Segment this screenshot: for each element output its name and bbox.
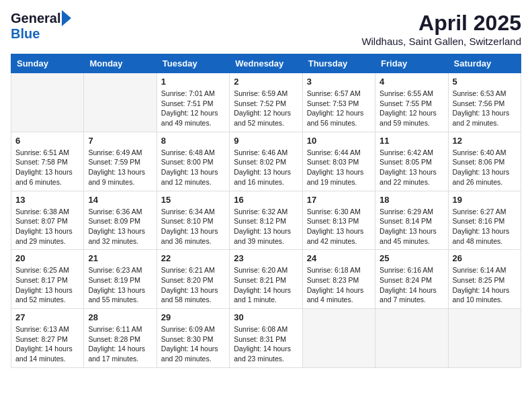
day-detail: Sunrise: 6:27 AMSunset: 8:16 PMDaylight:…	[453, 207, 517, 246]
day-detail: Sunrise: 6:40 AMSunset: 8:06 PMDaylight:…	[453, 148, 517, 187]
table-row: 24Sunrise: 6:18 AMSunset: 8:23 PMDayligh…	[302, 250, 375, 309]
logo-blue: Blue	[11, 26, 40, 41]
day-number: 24	[307, 253, 371, 263]
table-row: 27Sunrise: 6:13 AMSunset: 8:27 PMDayligh…	[11, 309, 84, 368]
table-row: 10Sunrise: 6:44 AMSunset: 8:03 PMDayligh…	[302, 132, 375, 191]
logo: General Blue	[11, 11, 71, 42]
table-row: 1Sunrise: 7:01 AMSunset: 7:51 PMDaylight…	[157, 73, 229, 132]
table-row: 18Sunrise: 6:29 AMSunset: 8:14 PMDayligh…	[375, 191, 448, 250]
table-row: 30Sunrise: 6:08 AMSunset: 8:31 PMDayligh…	[230, 309, 302, 368]
month-title: April 2025	[361, 11, 521, 36]
day-number: 7	[88, 136, 152, 146]
day-number: 1	[161, 77, 225, 87]
day-number: 18	[380, 195, 443, 205]
day-number: 2	[234, 77, 298, 87]
day-number: 28	[88, 312, 152, 322]
title-area: April 2025 Wildhaus, Saint Gallen, Switz…	[361, 11, 521, 47]
calendar-week-row: 20Sunrise: 6:25 AMSunset: 8:17 PMDayligh…	[11, 250, 521, 309]
day-number: 22	[161, 253, 225, 263]
header-row: Sunday Monday Tuesday Wednesday Thursday…	[11, 54, 521, 73]
col-tuesday: Tuesday	[157, 54, 229, 73]
table-row: 29Sunrise: 6:09 AMSunset: 8:30 PMDayligh…	[157, 309, 229, 368]
day-detail: Sunrise: 6:32 AMSunset: 8:12 PMDaylight:…	[234, 207, 298, 246]
day-detail: Sunrise: 6:34 AMSunset: 8:10 PMDaylight:…	[161, 207, 225, 246]
logo-general: General	[11, 11, 60, 26]
table-row: 11Sunrise: 6:42 AMSunset: 8:05 PMDayligh…	[375, 132, 448, 191]
day-detail: Sunrise: 6:42 AMSunset: 8:05 PMDaylight:…	[380, 148, 443, 187]
table-row: 19Sunrise: 6:27 AMSunset: 8:16 PMDayligh…	[448, 191, 521, 250]
calendar-week-row: 1Sunrise: 7:01 AMSunset: 7:51 PMDaylight…	[11, 73, 521, 132]
table-row: 25Sunrise: 6:16 AMSunset: 8:24 PMDayligh…	[375, 250, 448, 309]
table-row	[375, 309, 448, 368]
day-number: 23	[234, 253, 298, 263]
day-number: 3	[307, 77, 371, 87]
day-number: 26	[453, 253, 517, 263]
day-number: 11	[380, 136, 443, 146]
day-number: 30	[234, 312, 298, 322]
day-detail: Sunrise: 6:53 AMSunset: 7:56 PMDaylight:…	[453, 89, 517, 128]
table-row	[448, 309, 521, 368]
day-number: 17	[307, 195, 371, 205]
day-number: 5	[453, 77, 517, 87]
table-row	[11, 73, 84, 132]
col-saturday: Saturday	[448, 54, 521, 73]
day-detail: Sunrise: 6:36 AMSunset: 8:09 PMDaylight:…	[88, 207, 152, 246]
day-number: 19	[453, 195, 517, 205]
day-number: 15	[161, 195, 225, 205]
table-row: 20Sunrise: 6:25 AMSunset: 8:17 PMDayligh…	[11, 250, 84, 309]
location-title: Wildhaus, Saint Gallen, Switzerland	[361, 36, 521, 47]
calendar-week-row: 13Sunrise: 6:38 AMSunset: 8:07 PMDayligh…	[11, 191, 521, 250]
table-row: 21Sunrise: 6:23 AMSunset: 8:19 PMDayligh…	[84, 250, 157, 309]
day-number: 13	[15, 195, 79, 205]
day-detail: Sunrise: 6:18 AMSunset: 8:23 PMDaylight:…	[307, 265, 371, 305]
day-detail: Sunrise: 6:23 AMSunset: 8:19 PMDaylight:…	[88, 265, 152, 305]
table-row: 4Sunrise: 6:55 AMSunset: 7:55 PMDaylight…	[375, 73, 448, 132]
header: General Blue April 2025 Wildhaus, Saint …	[11, 11, 521, 47]
table-row: 12Sunrise: 6:40 AMSunset: 8:06 PMDayligh…	[448, 132, 521, 191]
table-row: 16Sunrise: 6:32 AMSunset: 8:12 PMDayligh…	[230, 191, 302, 250]
col-thursday: Thursday	[302, 54, 375, 73]
table-row: 22Sunrise: 6:21 AMSunset: 8:20 PMDayligh…	[157, 250, 229, 309]
col-monday: Monday	[84, 54, 157, 73]
day-number: 16	[234, 195, 298, 205]
day-number: 9	[234, 136, 298, 146]
day-number: 14	[88, 195, 152, 205]
day-number: 8	[161, 136, 225, 146]
day-number: 21	[88, 253, 152, 263]
calendar-week-row: 6Sunrise: 6:51 AMSunset: 7:58 PMDaylight…	[11, 132, 521, 191]
day-detail: Sunrise: 7:01 AMSunset: 7:51 PMDaylight:…	[161, 89, 225, 128]
table-row: 2Sunrise: 6:59 AMSunset: 7:52 PMDaylight…	[230, 73, 302, 132]
day-detail: Sunrise: 6:11 AMSunset: 8:28 PMDaylight:…	[88, 324, 152, 364]
table-row: 15Sunrise: 6:34 AMSunset: 8:10 PMDayligh…	[157, 191, 229, 250]
day-detail: Sunrise: 6:13 AMSunset: 8:27 PMDaylight:…	[15, 324, 79, 364]
table-row: 3Sunrise: 6:57 AMSunset: 7:53 PMDaylight…	[302, 73, 375, 132]
day-detail: Sunrise: 6:51 AMSunset: 7:58 PMDaylight:…	[15, 148, 79, 187]
table-row: 5Sunrise: 6:53 AMSunset: 7:56 PMDaylight…	[448, 73, 521, 132]
day-detail: Sunrise: 6:09 AMSunset: 8:30 PMDaylight:…	[161, 324, 225, 364]
day-number: 4	[380, 77, 443, 87]
table-row: 13Sunrise: 6:38 AMSunset: 8:07 PMDayligh…	[11, 191, 84, 250]
day-detail: Sunrise: 6:57 AMSunset: 7:53 PMDaylight:…	[307, 89, 371, 128]
table-row: 6Sunrise: 6:51 AMSunset: 7:58 PMDaylight…	[11, 132, 84, 191]
day-detail: Sunrise: 6:46 AMSunset: 8:02 PMDaylight:…	[234, 148, 298, 187]
table-row: 8Sunrise: 6:48 AMSunset: 8:00 PMDaylight…	[157, 132, 229, 191]
day-number: 20	[15, 253, 79, 263]
table-row: 7Sunrise: 6:49 AMSunset: 7:59 PMDaylight…	[84, 132, 157, 191]
table-row: 26Sunrise: 6:14 AMSunset: 8:25 PMDayligh…	[448, 250, 521, 309]
day-number: 6	[15, 136, 79, 146]
col-sunday: Sunday	[11, 54, 84, 73]
day-detail: Sunrise: 6:08 AMSunset: 8:31 PMDaylight:…	[234, 324, 298, 364]
day-detail: Sunrise: 6:55 AMSunset: 7:55 PMDaylight:…	[380, 89, 443, 128]
day-number: 25	[380, 253, 443, 263]
day-detail: Sunrise: 6:14 AMSunset: 8:25 PMDaylight:…	[453, 265, 517, 305]
day-detail: Sunrise: 6:16 AMSunset: 8:24 PMDaylight:…	[380, 265, 443, 305]
table-row: 14Sunrise: 6:36 AMSunset: 8:09 PMDayligh…	[84, 191, 157, 250]
col-wednesday: Wednesday	[230, 54, 302, 73]
table-row: 28Sunrise: 6:11 AMSunset: 8:28 PMDayligh…	[84, 309, 157, 368]
table-row	[302, 309, 375, 368]
day-detail: Sunrise: 6:20 AMSunset: 8:21 PMDaylight:…	[234, 265, 298, 305]
day-detail: Sunrise: 6:49 AMSunset: 7:59 PMDaylight:…	[88, 148, 152, 187]
day-detail: Sunrise: 6:25 AMSunset: 8:17 PMDaylight:…	[15, 265, 79, 305]
calendar-table: Sunday Monday Tuesday Wednesday Thursday…	[11, 54, 521, 368]
day-detail: Sunrise: 6:29 AMSunset: 8:14 PMDaylight:…	[380, 207, 443, 246]
